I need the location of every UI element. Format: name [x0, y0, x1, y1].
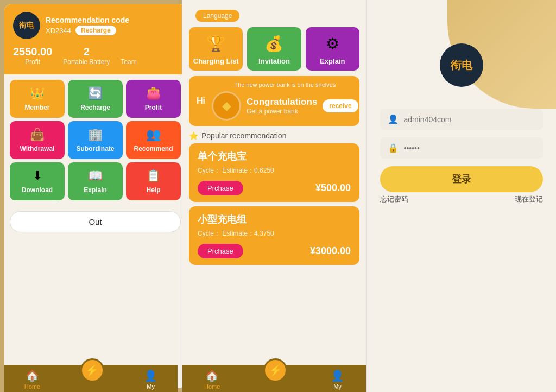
menu-member-label: Member — [24, 104, 49, 111]
lightning-button[interactable]: ⚡ — [80, 358, 104, 382]
username-input[interactable] — [404, 115, 535, 124]
icon-charging-list[interactable]: 🏆 Charging List — [189, 27, 243, 71]
menu-profit-label: Profit — [145, 104, 162, 111]
icon-explain[interactable]: ⚙ Explain — [306, 27, 359, 71]
icon-grid: 🏆 Charging List 💰 Invitation ⚙ Explain — [182, 27, 366, 76]
product2-price: ¥3000.00 — [310, 245, 351, 257]
header-card: 衔电 Recommendation code XD2344 Recharge 2… — [4, 4, 182, 74]
out-btn-wrap: Out — [4, 206, 182, 238]
product2-estimate: Estimate：4.3750 — [222, 230, 274, 237]
menu-profit[interactable]: 👛 Profit — [126, 80, 181, 118]
recharge-icon: 🔄 — [88, 86, 103, 100]
product1-price: ¥500.00 — [315, 182, 351, 194]
nav-home-label: Home — [24, 383, 40, 390]
product1-name: 单个充电宝 — [198, 150, 351, 163]
login-button[interactable]: 登录 — [380, 166, 543, 192]
menu-help[interactable]: 📋 Help — [126, 162, 181, 200]
icon-invitation[interactable]: 💰 Invitation — [247, 27, 301, 71]
menu-recharge[interactable]: 🔄 Recharge — [68, 80, 123, 118]
menu-recharge-label: Recharge — [80, 104, 110, 111]
product2-cycle: Cycle： — [198, 230, 220, 237]
congrats-title: Congratulations — [247, 97, 317, 108]
book-icon: 📖 — [88, 169, 103, 183]
people-icon: 👥 — [146, 128, 161, 142]
lock-icon: 🔒 — [388, 143, 399, 153]
hi-card: Hi The new power bank is on the shelves … — [189, 76, 359, 126]
lightning-icon: ⚡ — [85, 364, 99, 377]
panel3-logo: 衔电 — [440, 43, 483, 87]
header-top: 衔电 Recommendation code XD2344 Recharge — [13, 12, 178, 39]
out-button[interactable]: Out — [10, 211, 181, 232]
nav-home[interactable]: 🏠 Home — [24, 369, 40, 390]
star-icon: ⭐ — [189, 131, 198, 140]
charging-list-label: Charging List — [193, 57, 239, 65]
battery-value: 2 — [63, 46, 110, 58]
product2-name: 小型充电组 — [198, 213, 351, 226]
product1-estimate: Estimate：0.6250 — [222, 167, 274, 174]
panel2-my-icon: 👤 — [331, 369, 344, 382]
wallet-icon: 👜 — [30, 128, 45, 142]
menu-subordinate[interactable]: 🏢 Subordinate — [68, 121, 123, 159]
product1-cycle: Cycle： — [198, 167, 220, 174]
menu-grid: 👑 Member 🔄 Recharge 👛 Profit 👜 Withdrawa… — [4, 74, 182, 206]
congrats-desc: Get a power bank — [247, 108, 317, 115]
org-icon: 🏢 — [88, 128, 103, 142]
menu-withdrawal-label: Withdrawal — [20, 145, 55, 153]
login-form: 👤 🔒 登录 — [380, 109, 543, 192]
panel-main-inner: 衔电 Recommendation code XD2344 Recharge 2… — [4, 4, 182, 388]
forgot-password-link[interactable]: 忘记密码 — [380, 194, 408, 204]
explain-label: Explain — [320, 57, 345, 65]
menu-explain-label: Explain — [84, 186, 107, 194]
panel2-nav-my[interactable]: 👤 My — [331, 369, 344, 390]
header-info: Recommendation code XD2344 Recharge — [46, 16, 178, 35]
menu-download[interactable]: ⬇ Download — [10, 162, 65, 200]
register-link[interactable]: 现在登记 — [515, 194, 543, 204]
password-input[interactable] — [404, 144, 535, 153]
product-card-1: 单个充电宝 Cycle： Estimate：0.6250 Prchase ¥50… — [189, 143, 359, 202]
panel-login: 衔电 👤 🔒 登录 忘记密码 现在登记 — [367, 0, 556, 392]
username-input-wrap: 👤 — [380, 109, 543, 130]
menu-member[interactable]: 👑 Member — [10, 80, 65, 118]
stats-row: 2550.00 Profit 2 Portable Battery Team — [13, 46, 178, 66]
purchase-button-2[interactable]: Prchase — [198, 244, 243, 258]
password-input-wrap: 🔒 — [380, 137, 543, 159]
panel2-bottom-nav: 🏠 Home ⚡ 👤 My — [182, 365, 366, 392]
stat-team: Team — [121, 46, 136, 66]
recharge-button[interactable]: Recharge — [75, 26, 116, 35]
product1-detail: Cycle： Estimate：0.6250 — [198, 166, 351, 175]
receive-button[interactable]: receive — [323, 99, 358, 112]
panel2-scroll: Hi The new power bank is on the shelves … — [182, 76, 366, 365]
stat-profit: 2550.00 Profit — [13, 46, 52, 66]
panel2-nav-my-label: My — [333, 383, 342, 390]
menu-withdrawal[interactable]: 👜 Withdrawal — [10, 121, 65, 159]
product2-footer: Prchase ¥3000.00 — [198, 244, 351, 258]
product1-footer: Prchase ¥500.00 — [198, 181, 351, 195]
panel2-nav-home[interactable]: 🏠 Home — [204, 369, 220, 390]
menu-recommend[interactable]: 👥 Recommend — [126, 121, 181, 159]
my-icon: 👤 — [144, 369, 157, 382]
panel2-lightning-icon: ⚡ — [269, 364, 282, 377]
profit-label: Profit — [13, 58, 52, 66]
nav-my[interactable]: 👤 My — [144, 369, 157, 390]
language-badge[interactable]: Language — [195, 10, 239, 22]
panel1-bottom-nav: 🏠 Home ⚡ 👤 My — [4, 365, 178, 392]
purchase-button-1[interactable]: Prchase — [198, 181, 243, 195]
crown-icon: 👑 — [30, 86, 45, 100]
team-value — [121, 46, 136, 58]
user-icon: 👤 — [388, 114, 399, 124]
panel-main: 衔电 Recommendation code XD2344 Recharge 2… — [0, 0, 182, 392]
popular-label: Popular recommendation — [201, 131, 286, 140]
rec-code-value: XD2344 — [46, 27, 71, 35]
menu-help-label: Help — [146, 186, 160, 194]
panel2-lightning-button[interactable]: ⚡ — [263, 358, 287, 382]
team-label: Team — [121, 58, 136, 66]
rec-code-row: XD2344 Recharge — [46, 26, 178, 35]
rec-code-label: Recommendation code — [46, 16, 178, 24]
panel2-home-icon: 🏠 — [205, 369, 219, 382]
menu-explain[interactable]: 📖 Explain — [68, 162, 123, 200]
logo-circle: 衔电 — [13, 12, 40, 39]
home-icon: 🏠 — [26, 369, 39, 382]
explain-icon: ⚙ — [326, 35, 339, 53]
stat-battery: 2 Portable Battery — [63, 46, 110, 66]
nav-my-label: My — [147, 383, 155, 390]
